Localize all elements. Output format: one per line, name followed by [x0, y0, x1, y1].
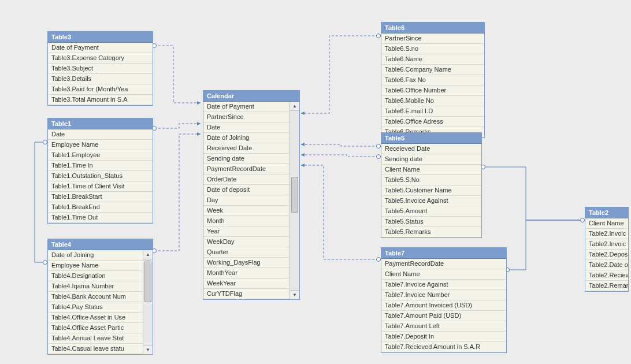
table-row[interactable]: WeekYear — [203, 278, 290, 289]
table-row[interactable]: Table2.Remar — [585, 281, 628, 291]
calendar-header[interactable]: Calendar — [203, 91, 299, 102]
table1-box[interactable]: Table1 Date Employee Name Table1.Employe… — [47, 118, 153, 224]
scroll-down-icon[interactable]: ▼ — [143, 345, 153, 354]
table2-header[interactable]: Table2 — [585, 207, 628, 218]
table-row[interactable]: Table5.Invoice Against — [381, 196, 481, 206]
table-row[interactable]: Day — [203, 195, 290, 206]
table-row[interactable]: Table5.Amount — [381, 206, 481, 217]
table-row[interactable]: Table1.BreakEnd — [48, 202, 153, 213]
table-row[interactable]: Table1.Time Out — [48, 213, 153, 223]
calendar-scrollbar[interactable]: ▲ ▼ — [289, 102, 299, 299]
table-row[interactable]: Table4.Casual leave statu — [48, 344, 143, 354]
table-row[interactable]: Date of Payment — [203, 102, 290, 112]
table-row[interactable]: PartnerSince — [203, 112, 290, 122]
table-row[interactable]: Table7.Amount Paid (USD) — [381, 311, 506, 321]
table-row[interactable]: Table3.Expense Category — [48, 53, 153, 64]
table-row[interactable]: Table4.Iqama Number — [48, 281, 143, 292]
table4-header[interactable]: Table4 — [48, 239, 153, 250]
table-row[interactable]: Quarter — [203, 247, 290, 258]
table-row[interactable]: Table4.Bank Account Num — [48, 292, 143, 302]
table-row[interactable]: Table2.Invoic — [585, 239, 628, 250]
table-row[interactable]: Table1.BreakStart — [48, 192, 153, 202]
table-row[interactable]: Table7.Recieved Amount in S.A.R — [381, 342, 506, 352]
table-row[interactable]: Date of Joining — [48, 250, 143, 261]
calendar-box[interactable]: Calendar Date of Payment PartnerSince Da… — [203, 90, 300, 300]
table-row[interactable]: Client Name — [381, 269, 506, 280]
table5-box[interactable]: Table5 Receieved Date Sending date Clien… — [381, 132, 482, 238]
table-row[interactable]: WeekDay — [203, 237, 290, 247]
table-row[interactable]: CurYTDFlag — [203, 289, 290, 299]
table-row[interactable]: Table2.Invoic — [585, 229, 628, 239]
table3-header[interactable]: Table3 — [48, 32, 153, 43]
table-row[interactable]: PaymentRecordDate — [381, 259, 506, 269]
table-row[interactable]: Table4.Pay Status — [48, 302, 143, 313]
table-row[interactable]: Receieved Date — [381, 144, 481, 154]
table-row[interactable]: Table6.E.mail I.D — [381, 106, 484, 117]
table-row[interactable]: Table2.Reciev — [585, 270, 628, 281]
table-row[interactable]: Date — [48, 129, 153, 140]
table4-box[interactable]: Table4 Date of Joining Employee Name Tab… — [47, 239, 153, 355]
table-row[interactable]: MonthYear — [203, 268, 290, 278]
table-row[interactable]: Table4.Office Asset Partic — [48, 323, 143, 333]
table-row[interactable]: Table3.Subject — [48, 64, 153, 74]
table-row[interactable]: Table5.Customer Name — [381, 185, 481, 196]
table-row[interactable]: PartnerSince — [381, 34, 484, 44]
table-row[interactable]: Sending date — [203, 154, 290, 164]
table5-header[interactable]: Table5 — [381, 133, 481, 144]
table-row[interactable]: Table2.Deposi — [585, 250, 628, 260]
table-row[interactable]: Table7.Amount Left — [381, 321, 506, 332]
table-row[interactable]: Year — [203, 226, 290, 237]
table-row[interactable]: Table2.Date o — [585, 260, 628, 270]
table-row[interactable]: Table6.Mobile No — [381, 96, 484, 106]
table-row[interactable]: Table3.Total Amount in S.A — [48, 95, 153, 105]
table-row[interactable]: Table6.S.no — [381, 44, 484, 54]
table-row[interactable]: Table1.Outstation_Status — [48, 171, 153, 181]
table-row[interactable]: Table3.Details — [48, 74, 153, 84]
table-row[interactable]: Table5.S.No — [381, 175, 481, 185]
table-row[interactable]: Table6.Company Name — [381, 65, 484, 75]
table-row[interactable]: Table6.Fax No — [381, 75, 484, 86]
table-row[interactable]: Employee Name — [48, 140, 153, 150]
table-row[interactable]: Table4.Annual Leave Stat — [48, 333, 143, 344]
scroll-thumb[interactable] — [144, 261, 151, 302]
table-row[interactable]: Week — [203, 206, 290, 216]
table6-header[interactable]: Table6 — [381, 23, 484, 34]
table-row[interactable]: Table4.Designation — [48, 271, 143, 281]
table-row[interactable]: Client Name — [585, 218, 628, 229]
table-row[interactable]: Date — [203, 122, 290, 133]
table-row[interactable]: OrderDate — [203, 174, 290, 185]
scroll-up-icon[interactable]: ▲ — [143, 250, 153, 259]
table-row[interactable]: Month — [203, 216, 290, 226]
table-row[interactable]: Date of Joining — [203, 133, 290, 143]
table-row[interactable]: Sending date — [381, 154, 481, 165]
table-row[interactable]: Table1.Employee — [48, 150, 153, 161]
table1-header[interactable]: Table1 — [48, 118, 153, 129]
table-row[interactable]: Table7.Amount Invoiced (USD) — [381, 300, 506, 311]
table-row[interactable]: PaymentRecordDate — [203, 164, 290, 174]
table-row[interactable]: Client Name — [381, 165, 481, 175]
table-row[interactable]: Date of Payment — [48, 43, 153, 53]
table-row[interactable]: Table1.Time In — [48, 161, 153, 171]
table7-header[interactable]: Table7 — [381, 248, 506, 259]
table-row[interactable]: Table6.Office Adress — [381, 117, 484, 127]
table-row[interactable]: Table7.Invoice Number — [381, 290, 506, 300]
table-row[interactable]: Table6.Name — [381, 54, 484, 65]
table-row[interactable]: Table3.Paid for (Month/Yea — [48, 84, 153, 95]
table-row[interactable]: Employee Name — [48, 261, 143, 271]
table6-box[interactable]: Table6 PartnerSince Table6.S.no Table6.N… — [381, 22, 485, 138]
table-row[interactable]: Table7.Deposit In — [381, 332, 506, 342]
scroll-up-icon[interactable]: ▲ — [290, 102, 299, 111]
scroll-thumb[interactable] — [291, 177, 298, 213]
table-row[interactable]: Date of deposit — [203, 185, 290, 195]
table-row[interactable]: Working_DaysFlag — [203, 258, 290, 268]
table4-scrollbar[interactable]: ▲ ▼ — [143, 250, 153, 354]
table-row[interactable]: Table4.Office Asset in Use — [48, 313, 143, 323]
table-row[interactable]: Table5.Status — [381, 217, 481, 227]
table-row[interactable]: Table7.Invoice Against — [381, 280, 506, 290]
scroll-down-icon[interactable]: ▼ — [290, 290, 299, 299]
table-row[interactable]: Table1.Time of Client Visit — [48, 181, 153, 192]
table7-box[interactable]: Table7 PaymentRecordDate Client Name Tab… — [381, 247, 507, 353]
table2-box[interactable]: Table2 Client Name Table2.Invoic Table2.… — [585, 207, 629, 292]
table-row[interactable]: Table5.Remarks — [381, 227, 481, 237]
table-row[interactable]: Table6.Office Number — [381, 86, 484, 96]
